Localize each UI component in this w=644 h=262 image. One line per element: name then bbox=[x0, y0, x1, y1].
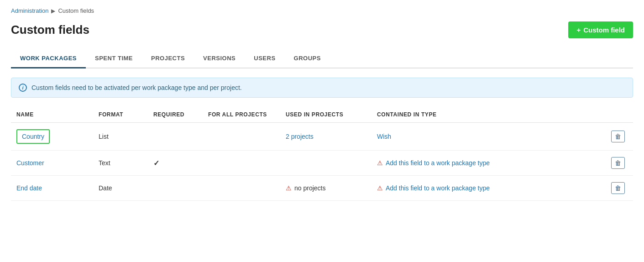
col-header-format: FORMAT bbox=[93, 107, 148, 123]
country-format: List bbox=[93, 123, 148, 151]
country-actions: 🗑 bbox=[606, 123, 633, 151]
field-name-cell-enddate: End date bbox=[11, 176, 93, 201]
customer-format: Text bbox=[93, 151, 148, 176]
table-row: End date Date ⚠ no projects ⚠ Add this f… bbox=[11, 176, 633, 201]
table-row: Country List 2 projects Wish 🗑 bbox=[11, 123, 633, 151]
customer-usedin bbox=[280, 151, 372, 176]
table-row: Customer Text ✓ ⚠ Add this field to a wo… bbox=[11, 151, 633, 176]
breadcrumb-current: Custom fields bbox=[58, 7, 94, 14]
warning-icon: ⚠ bbox=[286, 184, 292, 192]
trash-icon: 🗑 bbox=[615, 159, 621, 167]
delete-country-button[interactable]: 🗑 bbox=[611, 131, 625, 142]
field-name-cell-country: Country bbox=[11, 123, 93, 151]
enddate-contained-warning: ⚠ Add this field to a work package type bbox=[377, 184, 600, 192]
tabs-bar: WORK PACKAGES SPENT TIME PROJECTS VERSIO… bbox=[11, 49, 633, 68]
page-container: Administration ▶ Custom fields Custom fi… bbox=[0, 0, 644, 208]
enddate-usedin-warning: ⚠ no projects bbox=[286, 184, 366, 192]
tab-work-packages[interactable]: WORK PACKAGES bbox=[11, 49, 86, 68]
enddate-contained: ⚠ Add this field to a work package type bbox=[372, 176, 606, 201]
info-banner-text: Custom fields need to be activated per w… bbox=[31, 84, 242, 91]
add-button-label: Custom field bbox=[583, 26, 625, 34]
customer-forall bbox=[203, 151, 280, 176]
enddate-format: Date bbox=[93, 176, 148, 201]
country-forall bbox=[203, 123, 280, 151]
enddate-actions: 🗑 bbox=[606, 176, 633, 201]
customer-contained: ⚠ Add this field to a work package type bbox=[372, 151, 606, 176]
tab-users[interactable]: USERS bbox=[245, 49, 284, 68]
delete-enddate-button[interactable]: 🗑 bbox=[611, 182, 625, 194]
enddate-forall bbox=[203, 176, 280, 201]
country-contained: Wish bbox=[372, 123, 606, 151]
add-custom-field-button[interactable]: + Custom field bbox=[568, 21, 633, 38]
enddate-name-link[interactable]: End date bbox=[16, 184, 42, 192]
country-required bbox=[148, 123, 203, 151]
info-icon: i bbox=[19, 84, 27, 92]
trash-icon: 🗑 bbox=[615, 133, 621, 140]
warning-icon: ⚠ bbox=[377, 159, 383, 167]
tab-groups[interactable]: GROUPS bbox=[285, 49, 330, 68]
trash-icon: 🗑 bbox=[615, 184, 621, 192]
enddate-add-type-link[interactable]: Add this field to a work package type bbox=[386, 184, 490, 192]
enddate-required bbox=[148, 176, 203, 201]
breadcrumb-separator: ▶ bbox=[51, 8, 55, 14]
enddate-usedin: ⚠ no projects bbox=[280, 176, 372, 201]
col-header-actions bbox=[606, 107, 633, 123]
page-header: Custom fields + Custom field bbox=[11, 21, 633, 38]
page-title: Custom fields bbox=[11, 23, 89, 37]
custom-fields-table: NAME FORMAT REQUIRED FOR ALL PROJECTS US… bbox=[11, 107, 633, 201]
country-usedin: 2 projects bbox=[280, 123, 372, 151]
col-header-forall: FOR ALL PROJECTS bbox=[203, 107, 280, 123]
tab-projects[interactable]: PROJECTS bbox=[142, 49, 194, 68]
warning-icon: ⚠ bbox=[377, 184, 383, 192]
col-header-usedin: USED IN PROJECTS bbox=[280, 107, 372, 123]
country-name-link[interactable]: Country bbox=[16, 129, 50, 144]
breadcrumb-admin-link[interactable]: Administration bbox=[11, 7, 48, 14]
col-header-contained: CONTAINED IN TYPE bbox=[372, 107, 606, 123]
customer-add-type-link[interactable]: Add this field to a work package type bbox=[386, 159, 490, 167]
tab-versions[interactable]: VERSIONS bbox=[194, 49, 245, 68]
table-header-row: NAME FORMAT REQUIRED FOR ALL PROJECTS US… bbox=[11, 107, 633, 123]
breadcrumb: Administration ▶ Custom fields bbox=[11, 7, 633, 14]
plus-icon: + bbox=[576, 26, 581, 34]
field-name-cell-customer: Customer bbox=[11, 151, 93, 176]
col-header-required: REQUIRED bbox=[148, 107, 203, 123]
customer-contained-warning: ⚠ Add this field to a work package type bbox=[377, 159, 600, 167]
required-checkmark: ✓ bbox=[153, 159, 159, 167]
customer-required: ✓ bbox=[148, 151, 203, 176]
customer-actions: 🗑 bbox=[606, 151, 633, 176]
info-banner: i Custom fields need to be activated per… bbox=[11, 78, 633, 98]
customer-name-link[interactable]: Customer bbox=[16, 159, 44, 167]
col-header-name: NAME bbox=[11, 107, 93, 123]
delete-customer-button[interactable]: 🗑 bbox=[611, 157, 625, 169]
tab-spent-time[interactable]: SPENT TIME bbox=[86, 49, 142, 68]
